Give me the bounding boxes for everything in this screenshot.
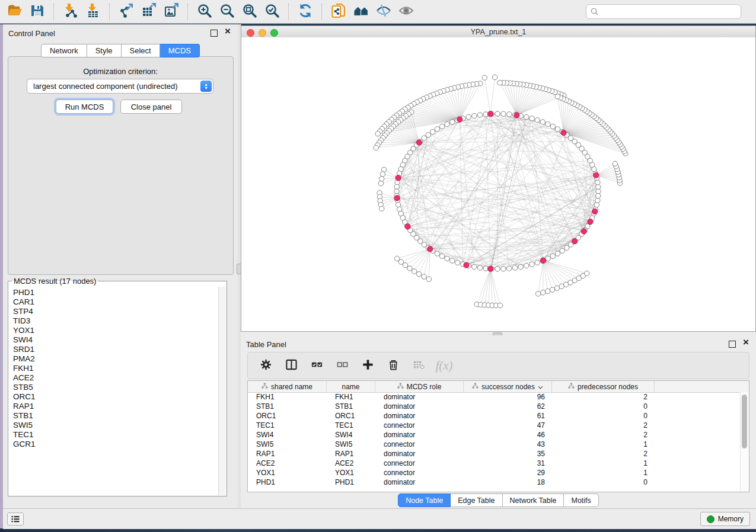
- table-row[interactable]: SWI5SWI5connector431: [248, 440, 741, 449]
- column-header-successor-nodes[interactable]: successor nodes: [464, 381, 552, 392]
- table-cell-successor-nodes[interactable]: 96: [464, 392, 552, 402]
- table-cell-shared-name[interactable]: YOX1: [248, 468, 327, 477]
- add-row-button[interactable]: [361, 358, 375, 373]
- task-history-button[interactable]: [7, 512, 24, 525]
- network-houses-button[interactable]: [352, 2, 370, 21]
- table-row[interactable]: SWI4SWI4dominator462: [248, 430, 741, 440]
- table-cell-mcds-role[interactable]: dominator: [375, 402, 464, 411]
- mcds-result-item[interactable]: YOX1: [13, 326, 218, 335]
- table-row[interactable]: TEC1TEC1connector472: [248, 421, 741, 430]
- refresh-layout-button[interactable]: [296, 2, 314, 21]
- mcds-result-item[interactable]: PHD1: [13, 288, 218, 297]
- table-cell-predecessor-nodes[interactable]: 2: [552, 449, 655, 459]
- table-cell-successor-nodes[interactable]: 46: [464, 430, 552, 440]
- table-cell-successor-nodes[interactable]: 43: [464, 440, 552, 449]
- tab-edge-table[interactable]: Edge Table: [451, 493, 502, 507]
- unselect-all-button[interactable]: [335, 358, 349, 373]
- mcds-result-item[interactable]: TEC1: [13, 430, 218, 440]
- table-cell-name[interactable]: RAP1: [327, 449, 375, 459]
- mcds-result-item[interactable]: SWI5: [13, 421, 218, 430]
- table-cell-mcds-role[interactable]: dominator: [375, 392, 464, 402]
- mcds-result-item[interactable]: GCR1: [13, 440, 218, 449]
- mcds-result-item[interactable]: SRD1: [13, 345, 218, 354]
- table-cell-shared-name[interactable]: ORC1: [248, 411, 327, 421]
- mcds-result-item[interactable]: RAP1: [13, 402, 218, 411]
- table-scrollbar-thumb[interactable]: [742, 395, 747, 448]
- column-header-shared-name[interactable]: shared name: [248, 381, 327, 392]
- column-header-name[interactable]: name: [327, 381, 375, 392]
- show-graphics-details-button[interactable]: [397, 2, 415, 21]
- table-cell-successor-nodes[interactable]: 18: [464, 477, 552, 487]
- close-panel-button[interactable]: Close panel: [120, 100, 182, 114]
- table-cell-mcds-role[interactable]: dominator: [375, 411, 464, 421]
- tab-mcds[interactable]: MCDS: [160, 44, 200, 57]
- table-cell-mcds-role[interactable]: connector: [375, 440, 464, 449]
- table-cell-predecessor-nodes[interactable]: 1: [552, 440, 655, 449]
- table-cell-name[interactable]: PHD1: [327, 477, 375, 487]
- column-header-mcds-role[interactable]: MCDS role: [375, 381, 464, 392]
- table-cell-mcds-role[interactable]: dominator: [375, 430, 464, 440]
- search-input[interactable]: [586, 4, 741, 19]
- table-cell-name[interactable]: FKH1: [327, 392, 375, 402]
- columns-button[interactable]: [284, 358, 298, 373]
- table-cell-predecessor-nodes[interactable]: 2: [552, 392, 655, 402]
- hide-graphics-details-button[interactable]: [375, 2, 393, 21]
- settings-button[interactable]: [259, 358, 273, 373]
- tab-style[interactable]: Style: [87, 44, 122, 57]
- mcds-list-scrollbar[interactable]: [218, 287, 226, 495]
- zoom-selected-button[interactable]: [263, 2, 281, 21]
- tab-motifs[interactable]: Motifs: [564, 493, 598, 507]
- table-cell-name[interactable]: YOX1: [327, 468, 375, 477]
- table-scrollbar[interactable]: [740, 392, 749, 492]
- zoom-out-button[interactable]: [218, 2, 236, 21]
- table-cell-mcds-role[interactable]: dominator: [375, 477, 464, 487]
- open-file-button[interactable]: [6, 2, 24, 21]
- tab-network[interactable]: Network: [41, 44, 87, 57]
- mcds-result-item[interactable]: STB1: [13, 411, 218, 421]
- table-cell-predecessor-nodes[interactable]: 0: [552, 402, 655, 411]
- table-cell-successor-nodes[interactable]: 61: [464, 411, 552, 421]
- mcds-result-item[interactable]: CAR1: [13, 297, 218, 307]
- mcds-result-item[interactable]: ACE2: [13, 373, 218, 383]
- network-canvas[interactable]: [241, 37, 755, 331]
- export-network-button[interactable]: [117, 2, 135, 21]
- table-cell-predecessor-nodes[interactable]: 0: [552, 411, 655, 421]
- mcds-result-item[interactable]: TID3: [13, 316, 218, 326]
- network-canvas-svg[interactable]: [241, 37, 755, 331]
- table-cell-successor-nodes[interactable]: 47: [464, 421, 552, 430]
- close-panel-icon[interactable]: ×: [225, 26, 231, 37]
- table-cell-name[interactable]: ORC1: [327, 411, 375, 421]
- table-row[interactable]: YOX1YOX1connector291: [248, 468, 741, 477]
- export-image-button[interactable]: [162, 2, 180, 21]
- mcds-result-item[interactable]: STB5: [13, 383, 218, 392]
- mcds-result-item[interactable]: STP4: [13, 307, 218, 316]
- run-mcds-button[interactable]: Run MCDS: [56, 100, 113, 114]
- table-cell-mcds-role[interactable]: connector: [375, 421, 464, 430]
- table-row[interactable]: RAP1RAP1dominator352: [248, 449, 741, 459]
- table-row[interactable]: STB1STB1dominator620: [248, 402, 741, 411]
- table-cell-shared-name[interactable]: SWI4: [248, 430, 327, 440]
- table-cell-shared-name[interactable]: PHD1: [248, 477, 327, 487]
- table-cell-name[interactable]: TEC1: [327, 421, 375, 430]
- table-cell-shared-name[interactable]: FKH1: [248, 392, 327, 402]
- table-cell-shared-name[interactable]: STB1: [248, 402, 327, 411]
- mcds-result-item[interactable]: PMA2: [13, 354, 218, 364]
- table-cell-successor-nodes[interactable]: 35: [464, 449, 552, 459]
- table-cell-mcds-role[interactable]: connector: [375, 468, 464, 477]
- table-cell-successor-nodes[interactable]: 29: [464, 468, 552, 477]
- table-cell-shared-name[interactable]: SWI5: [248, 440, 327, 449]
- table-cell-successor-nodes[interactable]: 62: [464, 402, 552, 411]
- tab-network-table[interactable]: Network Table: [503, 493, 564, 507]
- select-all-button[interactable]: [310, 358, 324, 373]
- float-table-panel-icon[interactable]: [729, 341, 736, 348]
- table-cell-mcds-role[interactable]: dominator: [375, 449, 464, 459]
- table-cell-predecessor-nodes[interactable]: 1: [552, 459, 655, 468]
- table-cell-shared-name[interactable]: ACE2: [248, 459, 327, 468]
- import-network-button[interactable]: [62, 2, 79, 21]
- share-document-button[interactable]: [330, 2, 347, 21]
- close-table-panel-icon[interactable]: ×: [743, 337, 749, 348]
- table-cell-predecessor-nodes[interactable]: 2: [552, 430, 655, 440]
- table-cell-predecessor-nodes[interactable]: 1: [552, 468, 655, 477]
- table-cell-name[interactable]: ACE2: [327, 459, 375, 468]
- mcds-result-item[interactable]: SWI4: [13, 335, 218, 345]
